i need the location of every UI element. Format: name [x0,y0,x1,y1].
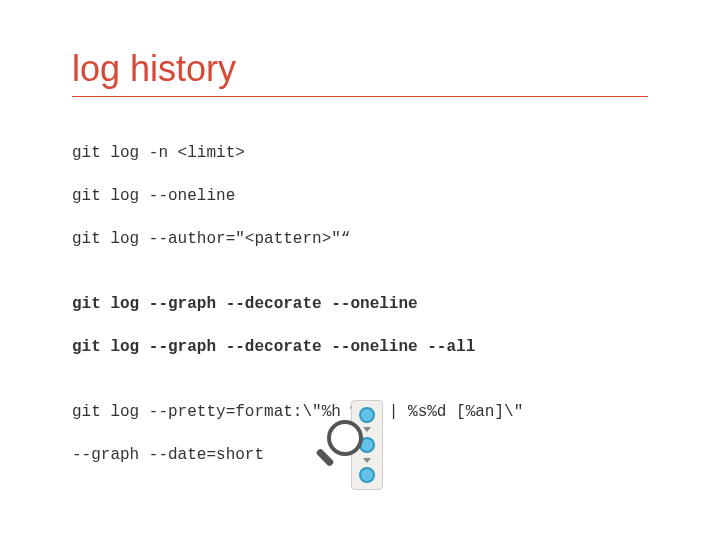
code-line: git log --oneline [72,186,648,208]
code-line: git log --author="<pattern>"“ [72,229,648,251]
code-line-emphasis: git log --graph --decorate --oneline --a… [72,337,648,359]
log-history-illustration [315,396,405,496]
page-title: log history [72,48,648,97]
magnifier-icon [317,418,375,476]
code-line: git log -n <limit> [72,143,648,165]
code-line-emphasis: git log --graph --decorate --oneline [72,294,648,316]
